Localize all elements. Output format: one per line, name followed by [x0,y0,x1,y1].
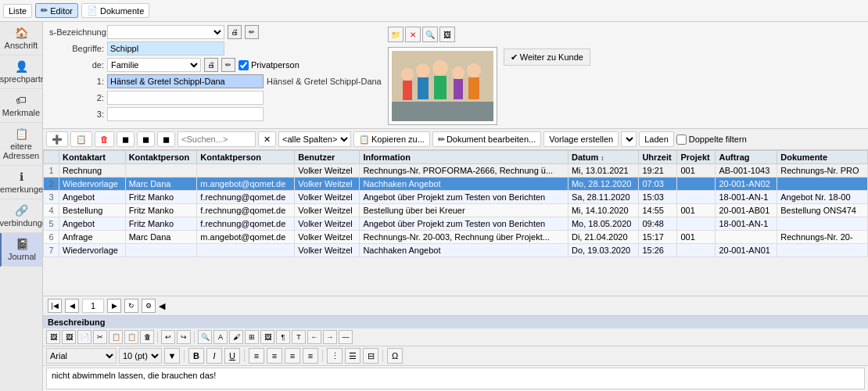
filter-checkbox[interactable] [676,135,687,145]
desc-indent-right[interactable]: → [323,330,337,344]
desc-btn3[interactable]: 📄 [77,330,91,344]
addr3-input[interactable] [107,107,264,121]
delete-btn[interactable]: ✕ [405,27,421,42]
format-btn-sep[interactable]: ▼ [164,348,180,364]
align-left-btn[interactable]: ≡ [249,348,264,364]
tab-dokumente[interactable]: 📄 Dokumente [81,3,149,18]
list-ordered-btn[interactable]: ⋮ [327,348,343,364]
list-btn3[interactable]: ⊟ [363,348,378,364]
addr2-input[interactable] [107,91,264,105]
size-select[interactable]: 10 (pt) [119,348,162,364]
new-contact-btn[interactable]: 📁 [388,27,404,42]
desc-indent-left[interactable]: ← [307,330,321,344]
align-center-btn[interactable]: ≡ [267,348,282,364]
th-benutzer[interactable]: Benutzer [295,151,360,164]
copy-to-btn[interactable]: 📋 Kopieren zu... [353,131,430,147]
align-right-btn[interactable]: ≡ [285,348,300,364]
search-btn[interactable]: 🔍 [422,27,438,42]
table-row[interactable]: 3 Angebot Fritz Manko f.rechnung@qomet.d… [44,191,868,204]
desc-abc[interactable]: A [213,330,228,344]
desc-find[interactable]: 🔍 [198,330,212,344]
desc-para[interactable]: ¶ [276,330,290,344]
desc-undo[interactable]: ↩ [161,330,175,344]
template-select[interactable] [621,131,637,147]
edit-doc-btn[interactable]: ✏ Dokument bearbeiten... [432,131,541,147]
page-next-btn[interactable]: ▶ [107,299,121,313]
special-chars-btn[interactable]: Ω [387,348,403,364]
italic-btn[interactable]: I [206,348,222,364]
desc-btn7[interactable]: 🗑 [140,330,154,344]
desc-btn4[interactable]: ✂ [93,330,107,344]
tab-liste[interactable]: Liste [3,4,32,18]
tab-editor[interactable]: ✏ Editor [35,3,78,18]
table-row[interactable]: 4 Bestellung Fritz Manko f.rechnung@qome… [44,204,868,217]
desc-btn6[interactable]: 📋 [124,330,138,344]
bezeichnung-select[interactable] [107,25,224,39]
desc-btn2[interactable]: 🖼 [62,330,76,344]
template-btn[interactable]: Vorlage erstellen [543,131,619,147]
th-kontaktart[interactable]: Kontaktart [59,151,126,164]
table-row[interactable]: 2 Wiedervorlage Marc Dana m.angebot@qome… [44,178,868,191]
font-select[interactable]: Arial [46,348,117,364]
page-first-btn[interactable]: |◀ [48,299,62,313]
page-refresh-btn[interactable]: ↻ [124,299,138,313]
th-datum[interactable]: Datum ↕ [568,151,638,164]
add-row-btn[interactable]: ➕ [46,131,68,147]
desc-btn5[interactable]: 📋 [109,330,123,344]
table-search-input[interactable] [178,131,256,147]
row-btn3[interactable]: ◼ [157,131,175,147]
gallery-btn[interactable]: 🖼 [439,27,455,42]
page-settings-btn[interactable]: ⚙ [142,299,156,313]
begriffe-input[interactable] [107,41,224,56]
th-uhrzeit[interactable]: Uhrzeit [639,151,677,164]
th-dokumente[interactable]: Dokumente [777,151,868,164]
table-row[interactable]: 7 Wiedervorlage Volker Weitzel Nachhaken… [44,244,868,257]
th-projekt[interactable]: Projekt [677,151,716,164]
de-btn1[interactable]: 🖨 [204,58,218,72]
nav-journal[interactable]: 📓 Journal [0,233,42,267]
align-justify-btn[interactable]: ≡ [303,348,318,364]
nav-linkverbindungen[interactable]: 🔗 nkverbindungen [0,199,42,233]
list-unordered-btn[interactable]: ☰ [345,348,360,364]
table-row[interactable]: 1 Rechnung Volker Weitzel Rechnungs-Nr. … [44,164,868,178]
search-clear-btn[interactable]: ✕ [258,131,276,147]
bezeichnung-btn2[interactable]: ✏ [245,25,259,39]
customer-btn[interactable]: ✔ Weiter zu Kunde [504,48,590,66]
table-row[interactable]: 5 Angebot Fritz Manko f.rechnung@qomet.d… [44,217,868,231]
cell-kontaktperson2 [197,244,295,257]
row-btn2[interactable]: ◼ [137,131,155,147]
desc-table-insert[interactable]: ⊞ [245,330,259,344]
privatperson-checkbox[interactable] [239,60,249,70]
page-number-input[interactable] [82,299,104,313]
desc-redo[interactable]: ↪ [177,330,191,344]
nav-ansprechpartner[interactable]: 👤 Ansprechpartner [0,56,42,89]
nav-weitere-adressen[interactable]: 📋 eitere Adressen [0,123,42,166]
load-btn[interactable]: Laden [639,131,674,147]
table-container: Kontaktart Kontaktperson Kontaktperson B… [43,150,868,296]
row-btn1[interactable]: ◼ [117,131,135,147]
desc-dash[interactable]: — [339,330,353,344]
page-prev-btn[interactable]: ◀ [65,299,79,313]
desc-content[interactable]: nicht abwimmeln lassen, die brauchen das… [46,368,865,389]
th-kontaktperson2[interactable]: Kontaktperson [197,151,295,164]
th-auftrag[interactable]: Auftrag [716,151,777,164]
addr1-input[interactable] [107,74,264,88]
desc-text[interactable]: T [292,330,306,344]
bold-btn[interactable]: B [188,348,204,364]
bezeichnung-btn1[interactable]: 🖨 [228,25,242,39]
copy-row-btn[interactable]: 📋 [70,131,92,147]
desc-btn1[interactable]: 🖼 [46,330,60,344]
desc-img[interactable]: 🖼 [260,330,274,344]
nav-anschrift[interactable]: 🏠 Anschrift [0,22,42,56]
th-information[interactable]: Information [360,151,569,164]
de-btn2[interactable]: ✏ [221,58,235,72]
th-kontaktperson1[interactable]: Kontaktperson [125,151,197,164]
de-select[interactable]: Familie [107,58,201,72]
nav-bemerkungen[interactable]: ℹ Bemerkungen [0,166,42,199]
desc-paint[interactable]: 🖌 [229,330,243,344]
columns-select[interactable]: <alle Spalten> [278,131,351,147]
nav-merkmale[interactable]: 🏷 Merkmale [0,89,42,123]
delete-row-btn[interactable]: 🗑 [95,131,114,147]
underline-btn[interactable]: U [224,348,240,364]
table-row[interactable]: 6 Anfrage Marc Dana m.angebot@qomet.de V… [44,231,868,244]
